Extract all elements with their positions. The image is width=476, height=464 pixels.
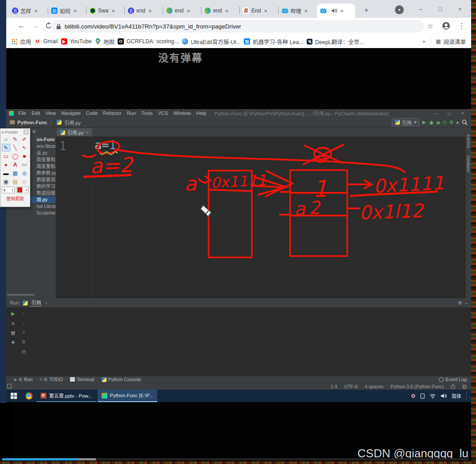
close-editor-tab-icon[interactable]: × (86, 130, 89, 135)
project-tree-item[interactable]: 局变量和局部 (37, 156, 56, 163)
profiler-button[interactable]: ◷ (443, 119, 447, 125)
event-log-button[interactable]: Event Log (439, 377, 467, 382)
project-panel-toolbar-icons[interactable]: ⚙ (32, 129, 39, 134)
menu-item[interactable]: Code (86, 110, 98, 116)
code-line-1[interactable]: a=1 (94, 138, 116, 152)
pin-tab-icon[interactable]: ✚ (11, 340, 15, 346)
filled-rectangle-tool[interactable]: ■ (20, 152, 29, 160)
run-tab[interactable]: 引用 (30, 299, 42, 307)
browser-tab-5[interactable]: end × (163, 4, 201, 18)
tray-flower-icon[interactable]: ✿ (411, 393, 415, 399)
close-tab-icon[interactable]: × (34, 8, 38, 14)
project-tree-item[interactable]: 数返回值.py (37, 190, 56, 196)
menu-item[interactable]: Edit (32, 110, 40, 116)
project-tree-item[interactable]: 局变量和局部 (37, 163, 56, 170)
run-with-button[interactable]: ≣ (449, 119, 453, 125)
eraser-tool[interactable]: ▱ (2, 135, 10, 143)
epointer-help-link[interactable]: 使用帮助 (0, 195, 30, 202)
tool-tab-python-console[interactable]: Python Console (102, 377, 141, 382)
project-tree-item[interactable]: nal Libraries (37, 203, 56, 210)
indent-setting[interactable]: 4 spaces (365, 384, 383, 389)
interpreter[interactable]: Python 3.8 (Python-Func) (390, 384, 444, 389)
project-tree-item[interactable]: 数参数.py (37, 170, 56, 176)
menu-item[interactable]: Tools (141, 110, 153, 116)
run-settings-gear-icon[interactable]: ⚙ (458, 300, 462, 306)
bookmark-ultraedit[interactable]: UltraEdit官方版-Ul... (182, 37, 241, 46)
project-tree-item[interactable]: on-Func E:\P (37, 136, 56, 143)
pen-size-select[interactable]: 4 ▾ (2, 187, 15, 193)
close-tab-icon[interactable]: × (304, 8, 308, 14)
tab-audio-icon[interactable] (331, 8, 337, 13)
epointer-titlebar[interactable]: e-Pointer (0, 129, 30, 135)
debug-button[interactable] (429, 120, 434, 125)
diamond-tool[interactable]: ◇ (20, 178, 29, 185)
line-tool[interactable]: ╲ (11, 144, 19, 151)
tool-stripe-corner-icon[interactable] (7, 384, 12, 388)
project-tree-item[interactable]: 数嵌套调用.py (37, 176, 56, 183)
bookmarks-overflow-icon[interactable]: » (423, 38, 426, 45)
close-tab-icon[interactable]: × (340, 8, 344, 14)
bookmark-gmail[interactable]: M Gmail (34, 38, 58, 45)
run-console[interactable]: ▶ ■ ▦ ✚ ↑ ↓ ≡ ≣ ▤ (6, 307, 471, 376)
tool-tab-terminal[interactable]: Terminal (70, 377, 94, 382)
start-button[interactable] (6, 390, 21, 402)
project-scrollbar[interactable] (7, 294, 35, 296)
screen-tool[interactable]: ▦ (11, 169, 19, 177)
search-everywhere-icon[interactable] (462, 119, 468, 125)
pycharm-minimize-icon[interactable]: – (430, 110, 442, 116)
browser-menu-icon[interactable]: ⋮ (458, 21, 465, 31)
magnifier-tool[interactable]: ◎ (20, 169, 29, 177)
menu-item[interactable]: Window (173, 110, 191, 116)
profile-avatar-icon[interactable] (442, 22, 450, 30)
project-tree-item[interactable]: Scratches and Co (37, 210, 56, 216)
readonly-lock-icon[interactable] (451, 384, 455, 389)
input-method-indicator[interactable]: 简体 (451, 392, 461, 399)
taskbar-task-pycharm[interactable]: Python-Func [E:\P... (98, 390, 157, 402)
close-tab-icon[interactable]: × (264, 8, 267, 14)
menu-item[interactable]: File (18, 110, 26, 116)
menu-item[interactable]: Refactor (103, 110, 122, 116)
breadcrumb-project[interactable]: Python-Func (17, 120, 47, 125)
open-tool[interactable]: ▤ (11, 178, 19, 185)
close-tab-icon[interactable]: × (225, 8, 229, 14)
run-button[interactable]: ▶ (422, 119, 426, 125)
browser-tab-8[interactable]: 哔哩 × (279, 4, 316, 18)
hide-run-panel-icon[interactable]: – (465, 300, 468, 305)
tray-volume-icon[interactable] (441, 393, 447, 399)
ellipse-tool[interactable]: ◯ (11, 152, 19, 160)
marker-tool-selected[interactable]: ✎ (2, 144, 10, 151)
pycharm-maximize-icon[interactable]: □ (443, 110, 455, 116)
back-button[interactable]: ← (18, 21, 25, 30)
bookmark-deepl[interactable]: DeepL翻译：全世... (307, 37, 364, 46)
browser-tab-6[interactable]: end × (201, 4, 239, 18)
coverage-button[interactable]: ◙ (437, 120, 440, 125)
arrow-tool[interactable]: ↖ (20, 144, 29, 151)
menu-item[interactable]: View (45, 110, 56, 116)
print-icon[interactable]: ▤ (21, 349, 26, 354)
breadcrumb-file[interactable]: 引用.py (64, 119, 81, 126)
brush-tool[interactable]: ✐ (20, 135, 29, 143)
restore-layout-icon[interactable]: ▦ (11, 330, 15, 336)
pycharm-close-icon[interactable]: × (457, 110, 468, 116)
tray-device-icon[interactable] (420, 393, 425, 399)
file-encoding[interactable]: UTF-8 (345, 384, 358, 389)
tool-tab-run[interactable]: ▶ 4: Run (14, 377, 33, 382)
filled-ellipse-tool[interactable]: ● (2, 161, 10, 168)
media-controls-button[interactable]: ▾ (395, 5, 404, 14)
bookmark-star-icon[interactable]: ☆ (427, 22, 433, 30)
pencil-tool[interactable]: ✎ (11, 135, 19, 143)
browser-tab-1[interactable]: 百 怎样 × (9, 4, 47, 18)
close-tab-icon[interactable]: × (74, 8, 77, 14)
menu-item[interactable]: Navigate (61, 110, 80, 116)
taskbar-chrome-button[interactable] (21, 390, 37, 402)
new-tab-button[interactable]: + (361, 4, 372, 16)
close-tab-icon[interactable]: × (111, 8, 115, 14)
pen-color-select[interactable]: ▾ (16, 187, 29, 193)
scroll-to-end-icon[interactable]: ≣ (22, 339, 26, 345)
video-progress-played[interactable] (2, 458, 78, 460)
close-run-tab-icon[interactable]: × (45, 300, 47, 305)
project-tree-item[interactable]: 业.py (37, 150, 56, 156)
epointer-palette[interactable]: e-Pointer ▱ ✎ ✐ ✎ ╲ ↖ ▭ ◯ ■ ● A AA ▬ ▦ ◎… (0, 128, 30, 207)
save-tool[interactable]: ▣ (2, 178, 10, 185)
tray-wifi-icon[interactable] (430, 394, 436, 399)
